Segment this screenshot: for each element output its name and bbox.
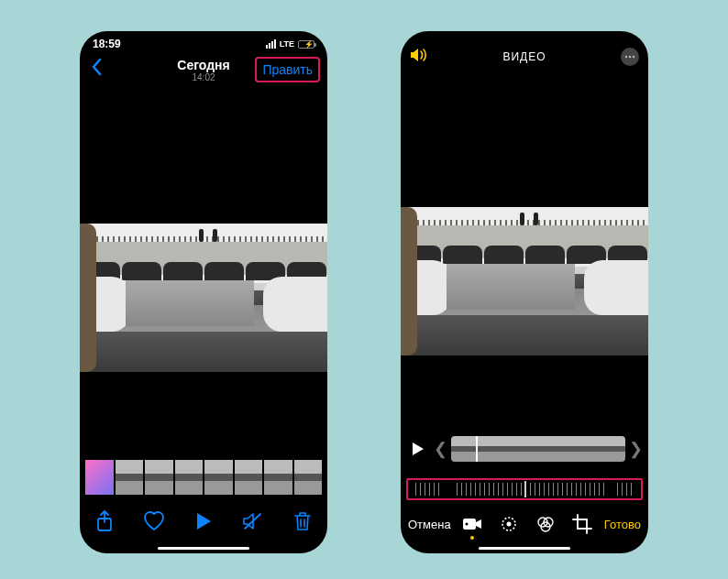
thumbnail[interactable]	[145, 460, 173, 495]
heart-icon	[143, 511, 165, 531]
battery-icon: ⚡	[298, 40, 314, 49]
thumbnail[interactable]	[204, 460, 233, 495]
delete-button[interactable]	[292, 510, 314, 532]
edit-button[interactable]: Править	[255, 57, 320, 82]
tool-adjust[interactable]	[499, 514, 519, 534]
status-bar: 18:59 LTE ⚡	[80, 31, 327, 53]
thumbnail[interactable]	[85, 460, 114, 495]
cancel-button[interactable]: Отмена	[408, 518, 451, 531]
crop-icon	[572, 514, 592, 534]
tool-filters[interactable]	[535, 514, 556, 534]
trim-end-handle[interactable]: ❯	[629, 439, 643, 459]
done-button[interactable]: Готово	[604, 518, 641, 531]
svg-rect-5	[463, 519, 476, 530]
back-button[interactable]	[87, 58, 107, 82]
nav-header: Сегодня 14:02 Править	[80, 53, 327, 86]
svg-point-8	[507, 522, 512, 527]
play-icon	[412, 442, 425, 456]
trim-play-button[interactable]	[406, 437, 430, 461]
share-icon	[95, 510, 114, 532]
trash-icon	[293, 511, 312, 531]
chevron-left-icon	[91, 58, 104, 76]
speaker-slash-icon	[242, 512, 264, 530]
tool-crop[interactable]	[572, 514, 592, 534]
mute-button[interactable]	[242, 510, 264, 532]
play-icon	[195, 512, 212, 530]
thumbnail[interactable]	[235, 460, 263, 495]
editor-video-preview[interactable]	[401, 207, 648, 355]
phone-viewer: 18:59 LTE ⚡ Сегодня 14:02 Править	[80, 31, 327, 553]
trim-area: ❮ ❯	[406, 434, 643, 464]
status-right: LTE ⚡	[266, 39, 314, 49]
thumbnail[interactable]	[116, 460, 144, 495]
tool-video[interactable]	[462, 514, 482, 534]
share-button[interactable]	[94, 510, 116, 532]
thumbnail[interactable]	[175, 460, 204, 495]
video-scene	[401, 207, 648, 355]
slider-ticks	[414, 483, 635, 496]
filters-icon	[535, 515, 556, 533]
favorite-button[interactable]	[143, 510, 165, 532]
thumbnail-strip[interactable]	[80, 460, 327, 495]
thumbnail[interactable]	[294, 460, 323, 495]
video-icon	[462, 517, 482, 531]
play-button[interactable]	[193, 510, 215, 532]
adjust-icon	[499, 514, 519, 534]
home-indicator[interactable]	[479, 547, 570, 550]
thumbnail[interactable]	[264, 460, 292, 495]
bottom-toolbar	[80, 502, 327, 541]
svg-point-6	[466, 523, 469, 526]
video-scene	[80, 224, 327, 372]
editor-header: ВИДЕО	[401, 38, 648, 75]
video-preview[interactable]	[80, 224, 327, 372]
editor-toolbar: Отмена	[401, 508, 648, 541]
home-indicator[interactable]	[158, 547, 249, 550]
cell-signal-icon	[266, 39, 276, 49]
editor-title: ВИДЕО	[401, 50, 648, 63]
status-time: 18:59	[93, 38, 121, 50]
adjustment-slider[interactable]	[406, 478, 643, 500]
frame-strip[interactable]	[451, 436, 625, 462]
phone-editor: ВИДЕО ❮	[401, 31, 648, 553]
trim-start-handle[interactable]: ❮	[434, 439, 447, 459]
carrier-label: LTE	[280, 39, 294, 49]
